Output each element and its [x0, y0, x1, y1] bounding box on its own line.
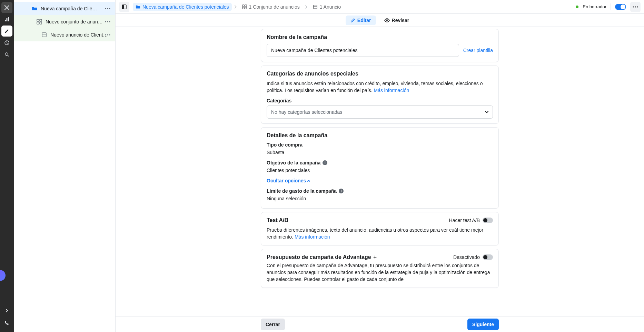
- tree-adset-label: Nuevo conjunto de anuncios de Client...: [46, 19, 104, 24]
- campaign-active-toggle[interactable]: [615, 4, 626, 10]
- buying-type-label: Tipo de compra: [267, 142, 493, 148]
- tree-campaign-more[interactable]: [103, 4, 112, 13]
- spend-limit-label: Límite de gasto de la campaña i: [267, 188, 493, 194]
- campaign-name-input[interactable]: [267, 44, 459, 57]
- breadcrumb-ad[interactable]: 1 Anuncio: [310, 3, 344, 11]
- tab-edit-label: Editar: [357, 18, 371, 23]
- abtest-switch-label: Hacer test A/B: [449, 218, 480, 223]
- advantage-toggle[interactable]: [483, 254, 493, 260]
- adset-icon: [242, 4, 247, 9]
- tree-ad-more[interactable]: [103, 30, 112, 40]
- abtest-desc: Prueba diferentes imágenes, texto del an…: [267, 227, 493, 240]
- svg-point-6: [107, 8, 108, 9]
- close-icon[interactable]: [1, 2, 12, 13]
- svg-rect-11: [40, 22, 42, 24]
- tree-adset[interactable]: Nuevo conjunto de anuncios de Client...: [14, 15, 115, 28]
- tree-adset-more[interactable]: [103, 17, 112, 27]
- tab-review[interactable]: Revisar: [379, 16, 414, 25]
- chevron-right-icon: [305, 5, 308, 9]
- svg-rect-21: [122, 5, 124, 9]
- breadcrumb: Nueva campaña de Clientes potenciales 1 …: [133, 3, 344, 11]
- main-panel: Nueva campaña de Clientes potenciales 1 …: [116, 0, 644, 332]
- folder-icon: [136, 4, 140, 9]
- next-button[interactable]: Siguiente: [467, 319, 499, 330]
- info-icon[interactable]: i: [339, 189, 344, 193]
- svg-rect-25: [245, 7, 246, 9]
- svg-rect-22: [242, 4, 244, 6]
- breadcrumb-adset-label: 1 Conjunto de anuncios: [249, 4, 300, 10]
- tree-campaign-label: Nueva campaña de Clientes potenciales: [41, 6, 99, 11]
- folder-icon: [31, 6, 38, 11]
- svg-rect-15: [42, 33, 46, 37]
- abtest-toggle[interactable]: [483, 218, 493, 223]
- breadcrumb-ad-label: 1 Anuncio: [320, 4, 341, 10]
- chart-icon[interactable]: [1, 14, 12, 25]
- hide-options-link[interactable]: Ocultar opciones: [267, 178, 493, 183]
- campaign-details-title: Detalles de la campaña: [267, 132, 493, 139]
- campaign-name-card: Nombre de la campaña Crear plantilla: [261, 29, 499, 62]
- tree-campaign[interactable]: Nueva campaña de Clientes potenciales: [14, 2, 115, 15]
- footer-bar: Cerrar Siguiente: [116, 316, 644, 332]
- structure-sidebar: Nueva campaña de Clientes potenciales Nu…: [14, 0, 116, 332]
- svg-point-5: [105, 8, 106, 9]
- expand-rail-icon[interactable]: [2, 306, 12, 315]
- svg-rect-0: [5, 20, 6, 21]
- tab-review-label: Revisar: [392, 18, 409, 23]
- advantage-switch-label: Desactivado: [453, 254, 480, 260]
- objective-label: Objetivo de la campaña i: [267, 160, 493, 165]
- phone-icon[interactable]: [1, 318, 12, 329]
- edit-icon[interactable]: [1, 26, 12, 37]
- svg-rect-26: [313, 5, 317, 9]
- caret-down-icon: [485, 111, 488, 113]
- categories-label: Categorías: [267, 98, 493, 103]
- help-blob-icon[interactable]: [0, 270, 6, 281]
- svg-rect-9: [40, 19, 42, 21]
- info-icon[interactable]: i: [323, 160, 327, 165]
- tab-edit[interactable]: Editar: [346, 16, 376, 25]
- svg-point-28: [633, 6, 634, 7]
- ad-icon: [41, 32, 48, 38]
- svg-point-30: [637, 6, 638, 7]
- advantage-desc: Con el presupuesto de campaña de Advanta…: [267, 262, 493, 283]
- svg-point-18: [107, 34, 108, 35]
- adset-icon: [36, 19, 43, 24]
- advantage-title-row: Presupuesto de campaña de Advantage: [267, 254, 377, 260]
- objective-value: Clientes potenciales: [267, 168, 493, 173]
- svg-point-13: [107, 21, 108, 22]
- svg-rect-1: [7, 18, 8, 21]
- status-dot-icon: [576, 6, 578, 8]
- more-menu-button[interactable]: [630, 2, 641, 12]
- campaign-details-card: Detalles de la campaña Tipo de compra Su…: [261, 127, 499, 209]
- abtest-more-info[interactable]: Más información: [295, 234, 330, 240]
- svg-point-14: [109, 21, 110, 22]
- caret-up-icon: [307, 180, 310, 182]
- advantage-budget-card: Presupuesto de campaña de Advantage Desa…: [261, 249, 499, 288]
- tree-ad[interactable]: Nuevo anuncio de Clientes potencia...: [14, 28, 115, 41]
- svg-rect-8: [37, 19, 39, 21]
- search-icon[interactable]: [1, 49, 12, 60]
- eye-icon: [384, 18, 390, 23]
- advantage-title: Presupuesto de campaña de Advantage: [267, 254, 371, 260]
- pencil-icon: [350, 18, 355, 23]
- create-template-link[interactable]: Crear plantilla: [463, 48, 493, 53]
- svg-point-17: [105, 34, 106, 35]
- svg-rect-23: [245, 4, 246, 6]
- special-categories-more-info[interactable]: Más información: [374, 88, 409, 93]
- status-text: En borrador: [583, 4, 606, 9]
- collapse-panel-icon[interactable]: [119, 2, 129, 12]
- special-categories-title: Categorías de anuncios especiales: [267, 71, 493, 77]
- left-rail: [0, 0, 14, 332]
- svg-point-12: [105, 21, 106, 22]
- svg-rect-2: [8, 17, 9, 21]
- breadcrumb-campaign-label: Nueva campaña de Clientes potenciales: [142, 4, 229, 10]
- buying-type-value: Subasta: [267, 150, 493, 155]
- content-scroll[interactable]: Nombre de la campaña Crear plantilla Cat…: [116, 27, 644, 316]
- close-button[interactable]: Cerrar: [261, 319, 285, 330]
- abtest-title: Test A/B: [267, 217, 288, 223]
- categories-dropdown[interactable]: No hay categorías seleccionadas: [267, 105, 493, 119]
- clock-icon[interactable]: [1, 37, 12, 48]
- svg-rect-10: [37, 22, 39, 24]
- breadcrumb-campaign[interactable]: Nueva campaña de Clientes potenciales: [133, 3, 232, 11]
- subtabs: Editar Revisar: [116, 14, 644, 27]
- breadcrumb-adset[interactable]: 1 Conjunto de anuncios: [239, 3, 303, 11]
